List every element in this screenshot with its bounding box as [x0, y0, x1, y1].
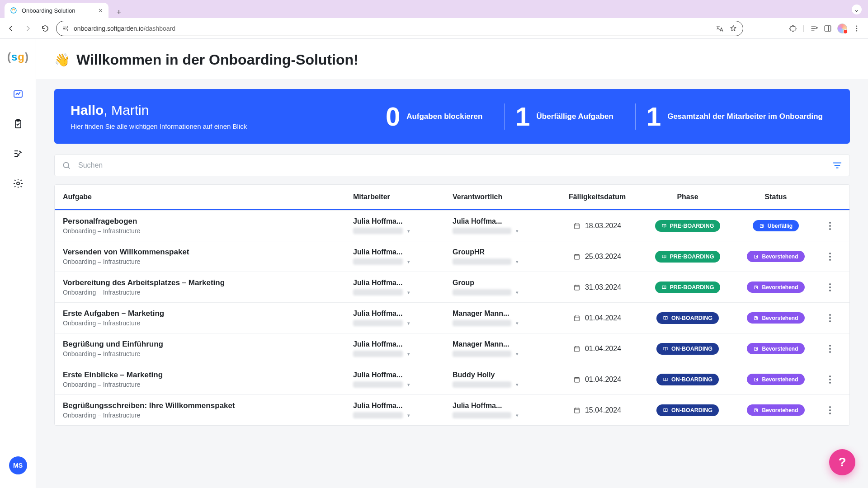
dropdown-caret-icon[interactable]: ▾	[516, 320, 519, 326]
svg-rect-12	[575, 254, 580, 259]
reload-button[interactable]	[39, 22, 52, 35]
due-date: 18.03.2024	[585, 222, 621, 230]
row-menu-button[interactable]	[819, 281, 841, 294]
task-title: Begrüßung und Einführung	[63, 340, 353, 349]
dropdown-caret-icon[interactable]: ▾	[516, 228, 519, 234]
phase-chip: ON-BOARDING	[656, 374, 719, 385]
dropdown-caret-icon[interactable]: ▾	[516, 259, 519, 265]
table-row[interactable]: Begrüßungsschreiben: Ihre Willkommenspak…	[55, 394, 849, 425]
table-row[interactable]: Begrüßung und EinführungOnboarding – Inf…	[55, 333, 849, 364]
search-bar[interactable]	[54, 155, 850, 176]
translate-icon[interactable]	[716, 24, 724, 33]
phase-chip: ON-BOARDING	[656, 343, 719, 355]
task-subtitle: Onboarding – Infrastructure	[63, 350, 353, 357]
responsible-name: GroupHR	[453, 248, 552, 256]
phase-chip: PRE-BOARDING	[655, 282, 721, 293]
status-icon	[753, 408, 759, 413]
task-subtitle: Onboarding – Infrastructure	[63, 289, 353, 296]
row-menu-button[interactable]	[819, 311, 841, 325]
employee-name: Julia Hoffma...	[353, 371, 453, 379]
back-button[interactable]	[5, 22, 17, 35]
calendar-icon	[573, 284, 580, 291]
nav-tasks[interactable]	[9, 115, 27, 133]
redacted-text	[453, 351, 511, 357]
table-row[interactable]: Versenden von WillkommenspaketOnboarding…	[55, 241, 849, 272]
col-employee: Mitarbeiter	[353, 193, 453, 201]
dropdown-caret-icon[interactable]: ▾	[407, 228, 410, 234]
user-avatar-button[interactable]: MS	[9, 456, 27, 474]
dropdown-caret-icon[interactable]: ▾	[407, 413, 410, 418]
nav-workflows[interactable]	[9, 145, 27, 163]
dropdown-caret-icon[interactable]: ▾	[516, 290, 519, 296]
svg-rect-16	[575, 316, 580, 321]
row-menu-button[interactable]	[819, 404, 841, 417]
workflow-icon	[13, 148, 24, 159]
redacted-text	[453, 289, 511, 296]
svg-point-4	[856, 30, 858, 31]
book-icon	[663, 346, 668, 352]
responsible-name: Julia Hoffma...	[453, 217, 552, 225]
forward-button[interactable]	[22, 22, 34, 35]
task-title: Versenden von Willkommenspaket	[63, 248, 353, 257]
status-chip: Bevorstehend	[747, 251, 804, 262]
media-controls-icon[interactable]	[810, 24, 818, 33]
dropdown-caret-icon[interactable]: ▾	[516, 413, 519, 418]
dropdown-caret-icon[interactable]: ▾	[516, 351, 519, 357]
help-button[interactable]: ?	[829, 449, 855, 475]
table-row[interactable]: Erste Aufgaben – MarketingOnboarding – I…	[55, 302, 849, 333]
search-input[interactable]	[77, 161, 826, 170]
dropdown-caret-icon[interactable]: ▾	[407, 351, 410, 357]
browser-tab[interactable]: Onboarding Solution ✕	[5, 3, 108, 18]
nav-settings[interactable]	[9, 174, 27, 192]
address-bar[interactable]: onboarding.softgarden.io/dashboard	[56, 21, 743, 36]
row-menu-button[interactable]	[819, 373, 841, 386]
responsible-name: Manager Mann...	[453, 310, 552, 318]
chrome-menu-icon[interactable]	[853, 24, 861, 33]
responsible-name: Julia Hoffma...	[453, 402, 552, 410]
filter-icon[interactable]	[832, 160, 842, 170]
site-settings-icon[interactable]	[62, 25, 69, 32]
redacted-text	[453, 320, 511, 326]
calendar-icon	[573, 407, 580, 414]
employee-name: Julia Hoffma...	[353, 217, 453, 225]
phase-chip: ON-BOARDING	[656, 404, 719, 416]
dropdown-caret-icon[interactable]: ▾	[516, 382, 519, 388]
svg-rect-23	[755, 408, 758, 412]
greeting-subtitle: Hier finden Sie alle wichtigen Informati…	[71, 122, 247, 130]
calendar-icon	[573, 345, 580, 352]
dropdown-caret-icon[interactable]: ▾	[407, 259, 410, 265]
stat-label: Gesamtzahl der Mitarbeiter im Onboarding	[667, 112, 823, 121]
close-tab-icon[interactable]: ✕	[98, 7, 103, 14]
new-tab-button[interactable]: +	[113, 6, 125, 18]
dropdown-caret-icon[interactable]: ▾	[407, 320, 410, 326]
svg-rect-19	[755, 347, 758, 350]
extensions-icon[interactable]	[789, 24, 797, 33]
stat-value: 0	[386, 103, 400, 130]
col-phase: Phase	[642, 193, 733, 201]
table-row[interactable]: Erste Einblicke – MarketingOnboarding – …	[55, 364, 849, 394]
due-date: 01.04.2024	[585, 375, 621, 384]
table-row[interactable]: PersonalfragebogenOnboarding – Infrastru…	[55, 210, 849, 241]
row-menu-button[interactable]	[819, 219, 841, 233]
nav-dashboard[interactable]	[9, 85, 27, 103]
svg-rect-21	[755, 378, 758, 381]
search-icon	[62, 161, 71, 170]
table-row[interactable]: Vorbereitung des Arbeitsplatzes – Market…	[55, 272, 849, 302]
row-menu-button[interactable]	[819, 342, 841, 356]
employee-name: Julia Hoffma...	[353, 310, 453, 318]
profile-avatar[interactable]	[837, 23, 847, 33]
dropdown-caret-icon[interactable]: ▾	[407, 290, 410, 296]
bookmark-star-icon[interactable]	[729, 24, 737, 33]
svg-point-0	[11, 8, 16, 13]
summary-banner: Hallo, Martin Hier finden Sie alle wicht…	[54, 89, 850, 144]
status-chip: Bevorstehend	[747, 282, 804, 293]
svg-rect-18	[575, 347, 580, 352]
task-title: Erste Einblicke – Marketing	[63, 371, 353, 380]
side-panel-icon[interactable]	[824, 24, 832, 33]
col-responsible: Verantwortlich	[453, 193, 552, 201]
dropdown-caret-icon[interactable]: ▾	[407, 382, 410, 388]
browser-tabbar: Onboarding Solution ✕ + ⌄	[0, 0, 868, 18]
row-menu-button[interactable]	[819, 250, 841, 263]
greeting: Hallo, Martin	[71, 103, 247, 118]
tabs-overflow-button[interactable]: ⌄	[852, 5, 862, 14]
